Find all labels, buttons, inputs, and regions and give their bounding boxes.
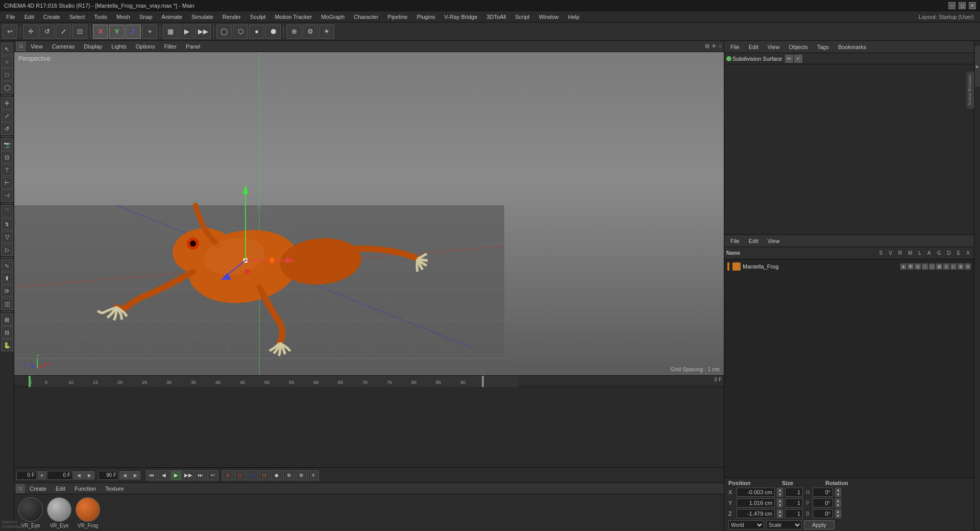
vp-filter[interactable]: Filter — [160, 42, 181, 51]
tool-rectangle-selection[interactable]: □ — [1, 68, 13, 81]
vp-icon-2[interactable]: ✛ — [712, 43, 716, 50]
tool-live-selection[interactable]: ○ — [1, 56, 13, 68]
snap-settings-button[interactable]: ⚙ — [303, 25, 318, 39]
edge-mode-button[interactable]: ⬡ — [233, 25, 248, 39]
prev-frame-btn[interactable]: ◀ — [74, 471, 84, 479]
tool-top[interactable]: ⊤ — [1, 164, 13, 176]
object-mode-button[interactable]: ⬢ — [265, 25, 281, 39]
tool-right[interactable]: ⊣ — [1, 189, 13, 202]
menu-character[interactable]: Character — [350, 13, 382, 21]
coord-y-rot-down[interactable]: ▼ — [835, 503, 841, 508]
render-settings-button[interactable]: ☀ — [319, 25, 334, 39]
rp-tags[interactable]: Tags — [814, 43, 832, 51]
menu-tools[interactable]: Tools — [90, 13, 111, 21]
coord-x-rot-up[interactable]: ▲ — [835, 488, 841, 492]
frame-preview-input[interactable] — [47, 471, 72, 480]
ss-icon-check[interactable]: ✓ — [794, 55, 802, 63]
menu-mograph[interactable]: MoGraph — [317, 13, 349, 21]
tool-loft[interactable]: ◫ — [1, 298, 13, 310]
menu-window[interactable]: Window — [534, 13, 562, 21]
menu-pipeline[interactable]: Pipeline — [383, 13, 411, 21]
timeline-expand-button[interactable]: ≡ — [308, 470, 319, 480]
rp-file-1[interactable]: File — [727, 43, 743, 51]
next-frame-btn[interactable]: ▶ — [84, 471, 94, 479]
obj-icon-x[interactable]: ✕ — [965, 263, 971, 270]
world-axis-button[interactable]: ⌖ — [142, 25, 157, 39]
record-button[interactable]: ● — [222, 470, 233, 480]
vp-display[interactable]: Display — [80, 42, 106, 51]
tool-spline[interactable]: ∿ — [1, 259, 13, 272]
coord-y-pos-input[interactable] — [737, 498, 775, 508]
menu-3dtoall[interactable]: 3DToAll — [482, 13, 510, 21]
tool-circle-selection[interactable]: ◯ — [1, 81, 13, 93]
tool-pointer[interactable]: ↖ — [1, 43, 13, 55]
menu-snap[interactable]: Snap — [135, 13, 157, 21]
apply-button[interactable]: Apply — [804, 520, 835, 529]
record-scale-button[interactable]: ⊙ — [259, 470, 270, 480]
obj-icon-a[interactable]: ▷ — [950, 263, 957, 270]
menu-animate[interactable]: Animate — [158, 13, 186, 21]
mat-create[interactable]: Create — [26, 485, 51, 493]
obj-icon-m[interactable]: □ — [922, 263, 928, 270]
loop-button[interactable]: ↩ — [207, 470, 218, 480]
coord-z-pos-down[interactable]: ▼ — [777, 514, 783, 518]
scale-button[interactable]: ⤢ — [56, 25, 71, 39]
render-region-button[interactable]: ▦ — [163, 25, 178, 39]
tool-bend[interactable]: ⌒ — [1, 205, 13, 218]
obj-icon-grid1[interactable]: ⊞ — [936, 263, 942, 270]
mat-function[interactable]: Function — [70, 485, 100, 493]
tool-perspective[interactable]: ⊡ — [1, 151, 13, 163]
coord-z-size-input[interactable] — [785, 509, 803, 518]
coord-y-rot-input[interactable] — [813, 498, 833, 508]
undo-button[interactable]: ↩ — [2, 25, 17, 39]
z-axis-button[interactable]: Z — [126, 25, 141, 39]
vp-icon-1[interactable]: ⊞ — [705, 43, 709, 50]
tool-front[interactable]: ⊢ — [1, 177, 13, 189]
menu-help[interactable]: Help — [564, 13, 584, 21]
vp-lights[interactable]: Lights — [107, 42, 130, 51]
render-to-picture-viewer-button[interactable]: ▶▶ — [195, 25, 211, 39]
obj-icon-e[interactable]: ⊗ — [958, 263, 964, 270]
coord-x-pos-up[interactable]: ▲ — [777, 488, 783, 492]
coord-z-rot-input[interactable] — [813, 509, 833, 518]
tool-shear[interactable]: ▷ — [1, 244, 13, 256]
vp-cameras[interactable]: Cameras — [48, 42, 79, 51]
obj-top-content[interactable]: S V R M L A G D E X — [724, 64, 974, 234]
obj-icon-s[interactable]: ● — [900, 263, 906, 270]
vp-panel[interactable]: Panel — [182, 42, 204, 51]
viewport[interactable]: X Y Z Perspective Grid Spacing : 1 cm — [14, 52, 724, 375]
menu-select[interactable]: Select — [65, 13, 89, 21]
transform-button[interactable]: ⊡ — [72, 25, 87, 39]
coord-z-rot-up[interactable]: ▲ — [835, 509, 841, 514]
motion-button[interactable]: ⊗ — [296, 470, 307, 480]
obj-icon-r[interactable]: ⊙ — [915, 263, 921, 270]
menu-motion-tracker[interactable]: Motion Tracker — [271, 13, 316, 21]
tool-scale[interactable]: ⤢ — [1, 110, 13, 122]
x-axis-button[interactable]: X — [93, 25, 108, 39]
coord-x-pos-input[interactable] — [737, 488, 775, 497]
menu-plugins[interactable]: Plugins — [412, 13, 439, 21]
record-rot-button[interactable]: ⊙ — [247, 470, 258, 480]
obj-bottom-content[interactable]: Mantella_Frog ● 👁 ⊙ □ □ ⊞ ≡ ▷ ⊗ ✕ — [724, 259, 974, 477]
viewport-panel-icon[interactable]: ⊡ — [16, 42, 26, 51]
rp-file-2[interactable]: File — [727, 237, 743, 245]
tool-rotate[interactable]: ↺ — [1, 123, 13, 135]
play-button[interactable]: ▶ — [170, 470, 182, 480]
tool-lathe[interactable]: ⟳ — [1, 285, 13, 297]
y-axis-button[interactable]: Y — [109, 25, 125, 39]
vp-options[interactable]: Options — [132, 42, 159, 51]
obj-row-mantella-frog[interactable]: Mantella_Frog ● 👁 ⊙ □ □ ⊞ ≡ ▷ ⊗ ✕ — [727, 261, 971, 272]
tool-array[interactable]: ⊞ — [1, 313, 13, 326]
frame-step-next[interactable]: ▶ — [130, 471, 140, 479]
coord-x-size-input[interactable] — [785, 488, 803, 497]
coord-y-rot-up[interactable]: ▲ — [835, 498, 841, 503]
scale-select[interactable]: Scale Size — [766, 520, 802, 529]
autokey-button[interactable]: ⊕ — [283, 470, 295, 480]
material-panel-icon[interactable]: ⊡ — [16, 485, 24, 493]
record-pos-button[interactable]: ⊙ — [234, 470, 246, 480]
menu-sculpt[interactable]: Sculpt — [246, 13, 270, 21]
rp-objects[interactable]: Objects — [786, 43, 811, 51]
vp-view[interactable]: View — [27, 42, 47, 51]
keyframe-button[interactable]: ◆ — [271, 470, 282, 480]
timeline-track[interactable] — [14, 387, 724, 467]
